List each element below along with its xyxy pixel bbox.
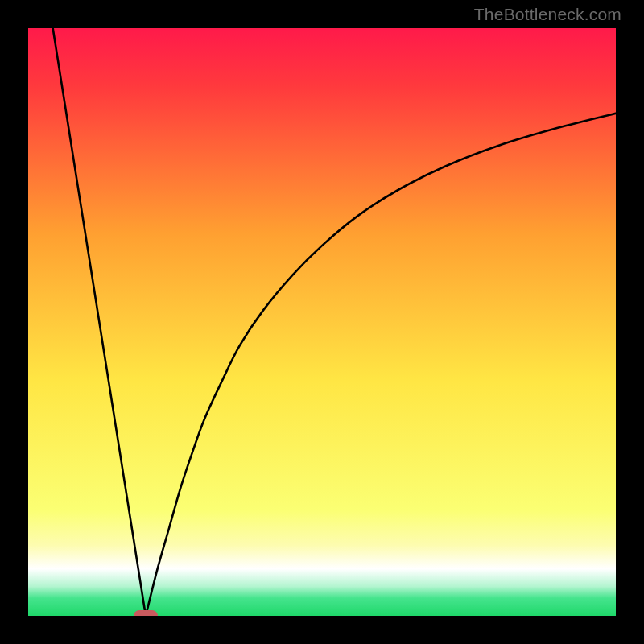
plot-area <box>28 28 616 616</box>
watermark-text: TheBottleneck.com <box>474 5 621 24</box>
curve-path <box>53 28 616 616</box>
bottleneck-curve <box>28 28 616 616</box>
minimum-marker <box>134 610 159 616</box>
chart-frame: TheBottleneck.com <box>0 0 644 644</box>
